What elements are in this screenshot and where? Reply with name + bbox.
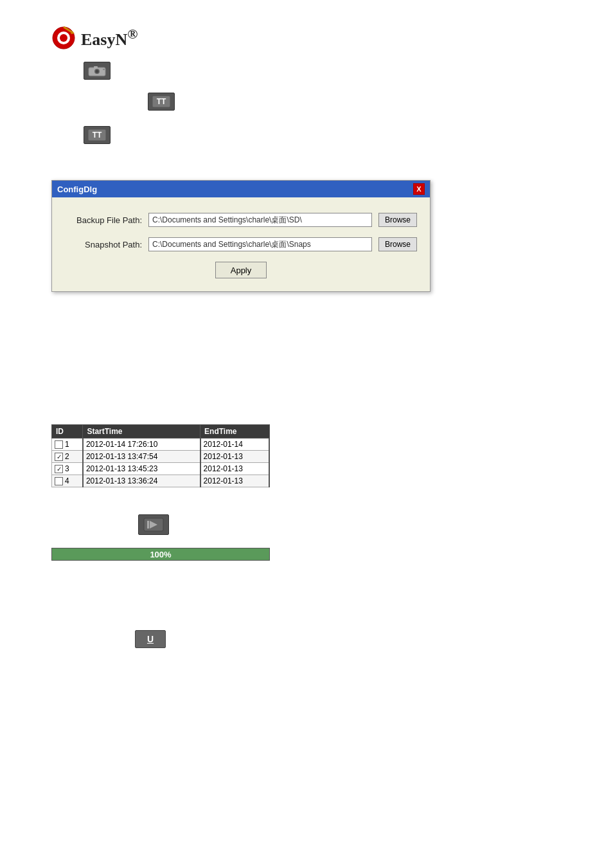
u-button-label: U [147,634,154,644]
u-button[interactable]: U [135,630,166,648]
svg-point-7 [96,70,99,73]
camera-button[interactable] [84,62,111,80]
row4-id: 4 [52,475,83,487]
row1-start: 2012-01-14 17:26:10 [83,439,200,451]
config-close-button[interactable]: X [413,183,425,195]
tt-icon-1: TT [152,95,171,108]
col-header-endtime: EndTime [200,425,269,439]
config-title: ConfigDlg [57,185,97,194]
snapshot-input[interactable] [148,237,372,251]
apply-button[interactable]: Apply [215,262,267,278]
config-dialog: ConfigDlg X Backup File Path: Browse Sna… [51,180,431,292]
progress-bar: 100% [51,548,270,561]
row2-end: 2012-01-13 [200,451,269,463]
svg-text:TT: TT [157,97,166,106]
svg-point-2 [60,34,67,42]
table-row: 2 2012-01-13 13:47:54 2012-01-13 [52,451,270,463]
row4-start: 2012-01-13 13:36:24 [83,475,200,487]
tt-button-2[interactable]: TT [84,126,111,144]
row3-start: 2012-01-13 13:45:23 [83,463,200,475]
easyn-logo-icon [51,26,76,50]
row2-start: 2012-01-13 13:47:54 [83,451,200,463]
svg-rect-16 [147,521,149,529]
snapshot-row: Snapshot Path: Browse [65,237,417,251]
play-icon [143,518,164,532]
svg-rect-9 [103,69,105,70]
svg-text:TT: TT [93,131,102,140]
table-row: 4 2012-01-13 13:36:24 2012-01-13 [52,475,270,487]
config-body: Backup File Path: Browse Snapshot Path: … [52,197,430,291]
row3-end: 2012-01-13 [200,463,269,475]
row4-checkbox[interactable] [55,477,63,485]
row1-checkbox[interactable] [55,440,63,449]
snapshot-browse-button[interactable]: Browse [378,237,417,251]
snapshot-label: Snapshot Path: [65,240,142,249]
row4-end: 2012-01-13 [200,475,269,487]
row2-id: 2 [52,451,83,463]
apply-row: Apply [65,262,417,278]
row3-id: 3 [52,463,83,475]
backup-browse-button[interactable]: Browse [378,213,417,227]
col-header-starttime: StartTime [83,425,200,439]
progress-text: 100% [150,550,171,559]
row3-checkbox[interactable] [55,465,63,473]
camera-icon [87,64,107,77]
col-header-id: ID [52,425,83,439]
svg-rect-8 [94,66,98,68]
config-title-bar: ConfigDlg X [52,181,430,197]
table-row: 1 2012-01-14 17:26:10 2012-01-14 [52,439,270,451]
tt-icon-2: TT [87,129,107,141]
logo-text: EasyN® [81,26,138,50]
play-button[interactable] [138,514,169,535]
table-row: 3 2012-01-13 13:45:23 2012-01-13 [52,463,270,475]
recordings-table: ID StartTime EndTime 1 2012-01-14 17:26:… [51,424,270,487]
row2-checkbox[interactable] [55,453,63,461]
logo-area: EasyN® [51,26,138,50]
row1-id: 1 [52,439,83,451]
table-area: ID StartTime EndTime 1 2012-01-14 17:26:… [51,424,270,487]
backup-input[interactable] [148,213,372,227]
row1-end: 2012-01-14 [200,439,269,451]
tt-button-1[interactable]: TT [148,93,175,111]
backup-label: Backup File Path: [65,215,142,225]
backup-row: Backup File Path: Browse [65,213,417,227]
